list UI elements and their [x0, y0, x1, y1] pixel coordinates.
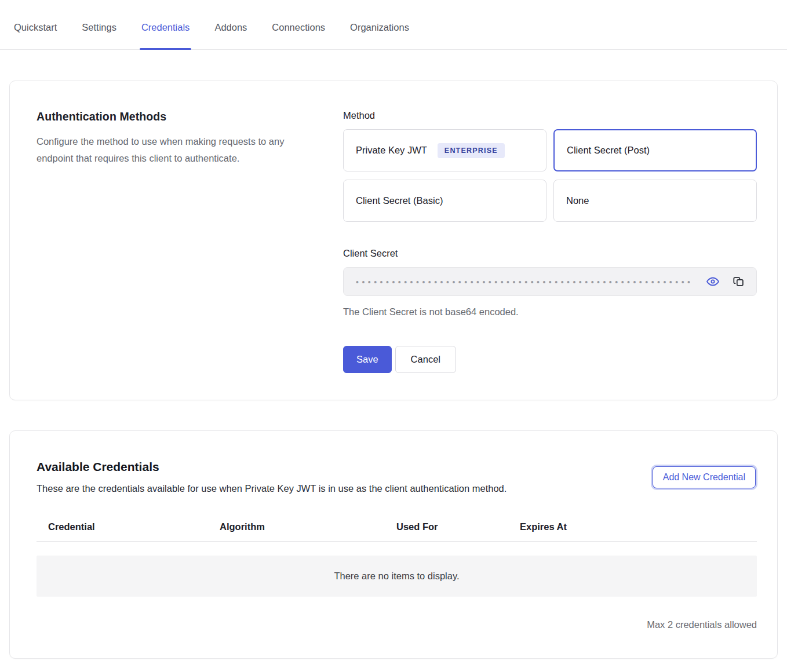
- authentication-methods-card: Authentication Methods Configure the met…: [9, 81, 778, 400]
- auth-methods-intro: Authentication Methods Configure the met…: [37, 110, 343, 373]
- credentials-table: Credential Algorithm Used For Expires At…: [37, 521, 757, 597]
- add-new-credential-button[interactable]: Add New Credential: [653, 466, 756, 488]
- available-credentials-header: Available Credentials These are the cred…: [37, 460, 757, 494]
- method-option-client-secret-basic[interactable]: Client Secret (Basic): [343, 180, 546, 222]
- credentials-table-header: Credential Algorithm Used For Expires At: [37, 521, 757, 542]
- tab-addons[interactable]: Addons: [214, 21, 247, 49]
- auth-methods-form: Method Private Key JWT ENTERPRISE Client…: [343, 110, 757, 373]
- max-credentials-note: Max 2 credentials allowed: [37, 619, 757, 630]
- cancel-button[interactable]: Cancel: [395, 346, 456, 373]
- available-credentials-intro: Available Credentials These are the cred…: [37, 460, 507, 494]
- copy-icon: [733, 275, 745, 288]
- method-option-label: Private Key JWT: [356, 145, 427, 156]
- method-option-private-key-jwt[interactable]: Private Key JWT ENTERPRISE: [343, 129, 546, 171]
- auth-methods-description: Configure the method to use when making …: [37, 133, 308, 167]
- form-actions: Save Cancel: [343, 346, 757, 373]
- reveal-secret-button[interactable]: [704, 272, 722, 291]
- method-option-grid: Private Key JWT ENTERPRISE Client Secret…: [343, 129, 757, 222]
- client-secret-helper-text: The Client Secret is not base64 encoded.: [343, 306, 757, 317]
- tab-quickstart[interactable]: Quickstart: [14, 21, 57, 49]
- client-secret-label: Client Secret: [343, 248, 757, 259]
- available-credentials-card: Available Credentials These are the cred…: [9, 430, 778, 659]
- enterprise-badge: ENTERPRISE: [438, 143, 505, 158]
- copy-secret-button[interactable]: [730, 273, 748, 290]
- column-header-used-for: Used For: [396, 521, 520, 532]
- tab-credentials[interactable]: Credentials: [141, 21, 190, 49]
- auth-methods-title: Authentication Methods: [37, 110, 343, 123]
- method-option-label: Client Secret (Post): [567, 145, 650, 156]
- column-header-expires-at: Expires At: [520, 521, 757, 532]
- method-option-label: None: [566, 195, 589, 206]
- tab-settings[interactable]: Settings: [82, 21, 116, 49]
- tab-organizations[interactable]: Organizations: [350, 21, 409, 49]
- save-button[interactable]: Save: [343, 346, 392, 373]
- client-secret-field[interactable]: ••••••••••••••••••••••••••••••••••••••••…: [343, 267, 757, 296]
- empty-table-message: There are no items to display.: [37, 556, 757, 597]
- available-credentials-title: Available Credentials: [37, 460, 507, 474]
- method-option-label: Client Secret (Basic): [356, 195, 443, 206]
- available-credentials-description: These are the credentials available for …: [37, 483, 507, 494]
- eye-icon: [706, 275, 720, 288]
- method-option-none[interactable]: None: [553, 180, 757, 222]
- column-header-credential: Credential: [37, 521, 220, 532]
- method-label: Method: [343, 110, 757, 121]
- method-option-client-secret-post[interactable]: Client Secret (Post): [553, 129, 757, 171]
- client-secret-masked-value: ••••••••••••••••••••••••••••••••••••••••…: [356, 276, 704, 287]
- tab-bar: Quickstart Settings Credentials Addons C…: [0, 0, 787, 50]
- column-header-algorithm: Algorithm: [220, 521, 396, 532]
- tab-connections[interactable]: Connections: [272, 21, 325, 49]
